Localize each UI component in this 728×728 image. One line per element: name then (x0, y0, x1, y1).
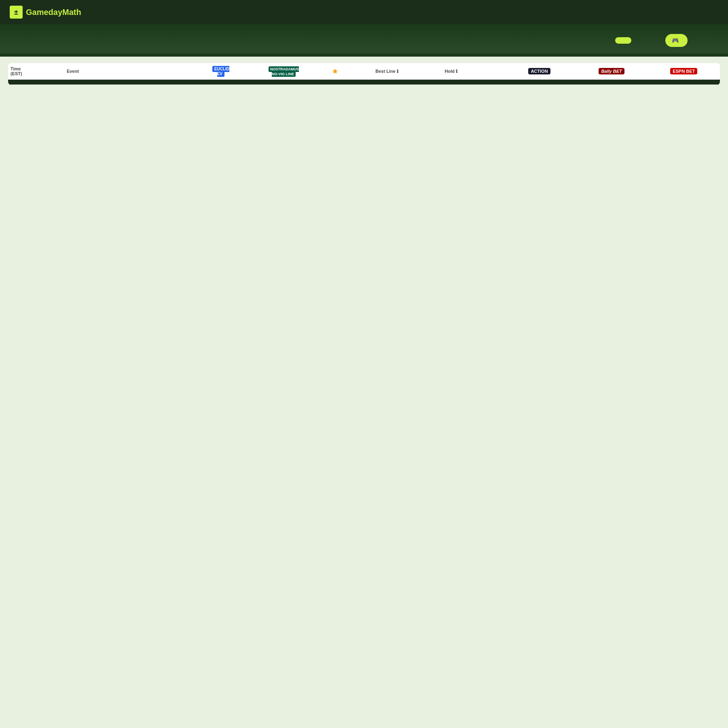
main-content: Time(EST) Event EUCLIDEV NOSTRADAMUSNO-V… (0, 57, 728, 91)
date-header-row (8, 80, 720, 85)
brand-icon: ± (10, 6, 23, 19)
hero-section: 🎮 (0, 24, 728, 53)
col-star: ★ (319, 63, 351, 80)
col-espn: ESPN BET (648, 63, 720, 80)
pregame-button[interactable]: 🎮 (665, 34, 688, 47)
live-games-banner (0, 53, 728, 57)
odds-table: Time(EST) Event EUCLIDEV NOSTRADAMUSNO-V… (8, 63, 720, 85)
brand[interactable]: ± GamedayMath (10, 6, 81, 19)
col-euclid: EUCLIDEV (193, 63, 249, 80)
col-action: ACTION (503, 63, 576, 80)
col-nostradamus: NOSTRADAMUSNO-VIG LINE (249, 63, 319, 80)
col-best-line: Best Line ℹ (351, 63, 423, 80)
col-chevron (479, 63, 504, 80)
table-header-row: Time(EST) Event EUCLIDEV NOSTRADAMUSNO-V… (8, 63, 720, 80)
total-button[interactable] (651, 37, 660, 44)
col-event: Event (64, 63, 193, 80)
filter-buttons: 🎮 (615, 34, 688, 47)
col-hold: Hold ℹ (423, 63, 479, 80)
spread-button[interactable] (636, 37, 646, 44)
col-bally: Bally BET (576, 63, 648, 80)
pregame-icon: 🎮 (672, 37, 679, 44)
date-label (8, 80, 720, 85)
brand-name: GamedayMath (26, 8, 81, 17)
navbar: ± GamedayMath (0, 0, 728, 24)
col-time: Time(EST) (8, 63, 64, 80)
money-line-button[interactable] (615, 37, 631, 44)
